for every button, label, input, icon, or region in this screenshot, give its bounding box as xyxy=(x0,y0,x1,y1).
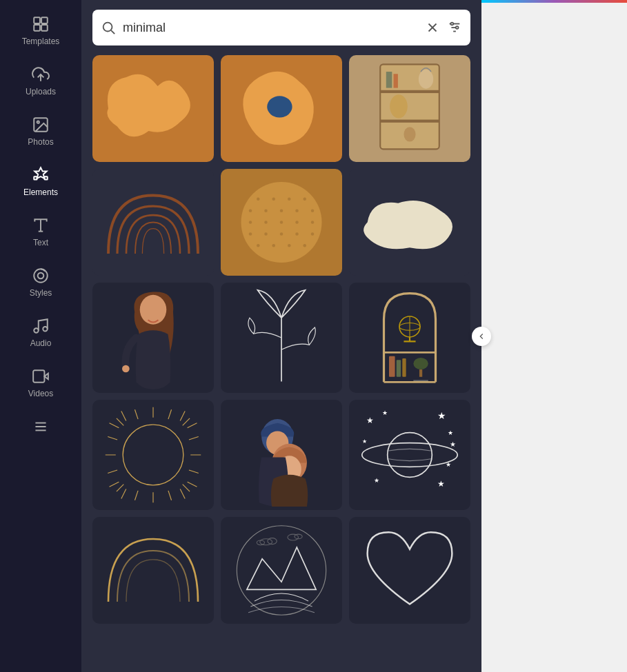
svg-point-42 xyxy=(303,198,307,201)
uploads-icon xyxy=(32,65,50,83)
collapse-panel-button[interactable] xyxy=(472,327,491,346)
svg-text:★: ★ xyxy=(374,477,379,484)
svg-rect-1 xyxy=(41,17,48,23)
element-shelf-2[interactable] xyxy=(349,283,470,393)
element-blob-spot[interactable] xyxy=(221,55,342,162)
videos-label: Videos xyxy=(28,389,53,398)
svg-point-35 xyxy=(419,70,433,89)
svg-point-54 xyxy=(264,232,268,236)
elements-panel: ★ ★ ★ ★ ★ ★ ★ ★ ★ xyxy=(81,0,481,672)
svg-point-122 xyxy=(288,534,299,540)
uploads-label: Uploads xyxy=(26,87,56,96)
element-planet[interactable]: ★ ★ ★ ★ ★ ★ ★ ★ ★ xyxy=(349,400,470,510)
element-arc-dark[interactable] xyxy=(92,517,214,624)
svg-line-98 xyxy=(110,482,119,487)
audio-icon xyxy=(32,317,50,335)
svg-point-13 xyxy=(34,328,39,333)
svg-point-11 xyxy=(38,273,44,279)
svg-point-55 xyxy=(280,232,283,236)
sidebar-item-elements[interactable]: Elements xyxy=(0,156,81,207)
svg-point-40 xyxy=(272,198,276,201)
svg-text:★: ★ xyxy=(448,429,453,436)
sidebar: Templates Uploads Photos Elements xyxy=(0,0,81,672)
svg-line-93 xyxy=(135,491,138,500)
svg-rect-75 xyxy=(419,369,422,377)
filter-button[interactable] xyxy=(447,20,462,35)
svg-point-14 xyxy=(43,327,48,332)
svg-line-101 xyxy=(121,489,126,499)
svg-rect-33 xyxy=(386,72,392,88)
search-input[interactable] xyxy=(123,21,418,35)
svg-point-107 xyxy=(362,443,457,467)
styles-icon xyxy=(32,267,50,285)
sidebar-item-uploads[interactable]: Uploads xyxy=(0,56,81,106)
svg-line-91 xyxy=(189,436,199,440)
elements-grid: ★ ★ ★ ★ ★ ★ ★ ★ ★ xyxy=(81,55,481,672)
svg-point-29 xyxy=(267,96,292,117)
element-women-group[interactable] xyxy=(221,400,342,510)
svg-line-92 xyxy=(189,470,199,474)
svg-rect-0 xyxy=(34,17,40,23)
svg-rect-3 xyxy=(41,25,48,31)
element-arch-lines[interactable] xyxy=(92,169,214,276)
photos-icon xyxy=(32,116,50,134)
svg-rect-2 xyxy=(34,25,40,31)
text-icon xyxy=(32,216,50,234)
templates-icon xyxy=(32,15,50,33)
svg-point-108 xyxy=(388,433,432,478)
svg-point-47 xyxy=(311,209,315,212)
svg-text:★: ★ xyxy=(437,480,445,488)
element-woman[interactable] xyxy=(92,283,214,393)
svg-point-78 xyxy=(123,425,183,485)
svg-line-100 xyxy=(188,482,197,487)
svg-point-58 xyxy=(257,244,260,247)
element-leaf[interactable] xyxy=(221,283,342,393)
svg-line-96 xyxy=(180,411,185,421)
svg-rect-73 xyxy=(402,358,406,377)
sidebar-item-audio[interactable]: Audio xyxy=(0,307,81,358)
sidebar-item-more[interactable] xyxy=(0,408,81,445)
element-mountain[interactable] xyxy=(221,517,342,624)
svg-point-27 xyxy=(451,23,454,26)
svg-point-52 xyxy=(311,221,315,224)
element-shelf-1[interactable] xyxy=(349,55,470,162)
svg-line-97 xyxy=(110,423,119,428)
svg-point-57 xyxy=(311,232,315,236)
more-icon xyxy=(32,418,50,436)
svg-point-41 xyxy=(288,198,291,201)
top-accent-bar xyxy=(481,0,627,3)
svg-point-50 xyxy=(280,221,283,224)
sidebar-item-videos[interactable]: Videos xyxy=(0,358,81,408)
svg-line-90 xyxy=(108,470,117,474)
sidebar-item-text[interactable]: Text xyxy=(0,207,81,257)
element-sunburst[interactable] xyxy=(92,400,214,510)
svg-line-83 xyxy=(117,418,123,425)
element-blob-cream[interactable] xyxy=(349,169,470,276)
svg-point-37 xyxy=(404,127,415,141)
svg-point-60 xyxy=(288,244,291,247)
svg-point-44 xyxy=(264,209,268,212)
svg-point-53 xyxy=(249,232,252,236)
element-circle-dot[interactable] xyxy=(221,169,342,276)
svg-point-36 xyxy=(390,94,408,118)
svg-point-28 xyxy=(456,26,459,29)
svg-point-6 xyxy=(37,121,39,123)
element-blob-orange[interactable] xyxy=(92,55,214,162)
sidebar-item-templates[interactable]: Templates xyxy=(0,6,81,56)
templates-label: Templates xyxy=(22,37,60,46)
element-heart[interactable] xyxy=(349,517,470,624)
svg-point-61 xyxy=(303,244,307,247)
sidebar-item-styles[interactable]: Styles xyxy=(0,257,81,307)
sidebar-item-photos[interactable]: Photos xyxy=(0,106,81,156)
svg-line-99 xyxy=(188,423,197,428)
svg-text:★: ★ xyxy=(437,410,446,421)
svg-rect-32 xyxy=(380,120,439,123)
svg-line-86 xyxy=(183,485,190,491)
svg-line-21 xyxy=(111,30,115,34)
clear-search-button[interactable] xyxy=(425,20,440,35)
svg-line-95 xyxy=(121,411,126,421)
svg-rect-31 xyxy=(380,90,439,93)
svg-rect-15 xyxy=(33,370,44,382)
svg-rect-8 xyxy=(44,176,47,179)
svg-point-121 xyxy=(257,540,264,545)
